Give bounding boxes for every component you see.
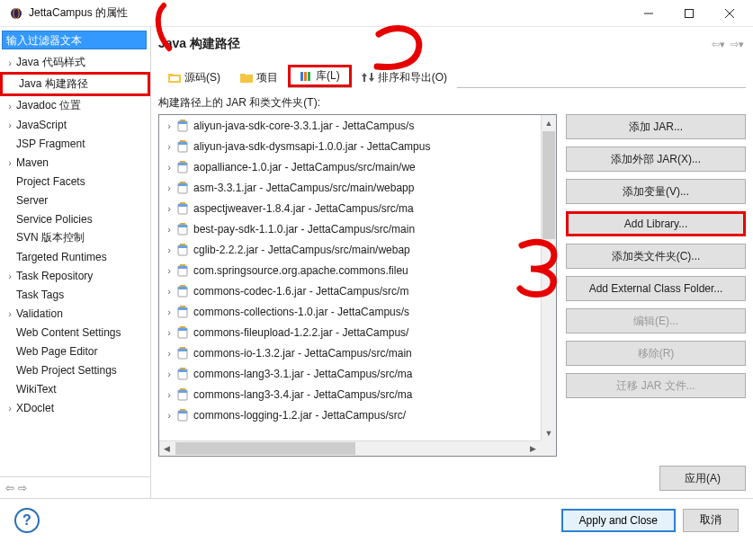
list-item[interactable]: ›commons-io-1.3.2.jar - JettaCampus/src/… [159, 342, 541, 363]
svg-rect-51 [180, 388, 185, 390]
tree-item[interactable]: Web Project Settings [0, 360, 150, 379]
scrollbar-vertical[interactable]: ▲ ▼ [541, 115, 556, 440]
scroll-down-icon[interactable]: ▼ [542, 425, 556, 440]
expand-icon[interactable]: › [163, 203, 175, 214]
tree-item[interactable]: ›Java 代码样式 [0, 53, 150, 72]
scroll-up-icon[interactable]: ▲ [542, 115, 556, 130]
svg-rect-9 [308, 72, 310, 81]
tab-source[interactable]: 源码(S) [158, 66, 230, 88]
svg-rect-36 [180, 285, 185, 287]
list-item[interactable]: ›commons-collections-1.0.jar - JettaCamp… [159, 301, 541, 322]
svg-rect-32 [178, 266, 187, 269]
svg-rect-12 [180, 120, 185, 121]
expand-icon[interactable]: › [163, 244, 175, 255]
jar-icon [175, 387, 190, 402]
expand-icon[interactable]: › [163, 141, 175, 152]
list-item[interactable]: ›commons-logging-1.2.jar - JettaCampus/s… [159, 404, 541, 425]
tree-item[interactable]: JSP Fragment [0, 134, 150, 153]
apply-and-close-button[interactable]: Apply and Close [561, 509, 676, 532]
expand-icon[interactable]: › [163, 410, 175, 421]
remove-button[interactable]: 移除(R) [566, 341, 746, 366]
nav-fwd-icon[interactable]: ⇨▾ [729, 39, 746, 50]
tree-item[interactable]: Web Page Editor [0, 342, 150, 360]
nav-fwd-icon[interactable]: ⇨ [18, 482, 27, 494]
list-item-label: commons-codec-1.6.jar - JettaCampus/src/… [193, 285, 408, 298]
add-library-button[interactable]: Add Library... [566, 211, 746, 236]
tree-item[interactable]: Server [0, 191, 150, 209]
list-item[interactable]: ›com.springsource.org.apache.commons.fil… [159, 260, 541, 280]
filter-input[interactable] [2, 31, 147, 49]
list-item[interactable]: ›aliyun-java-sdk-dysmsapi-1.0.0.jar - Je… [159, 136, 541, 156]
list-item[interactable]: ›asm-3.3.1.jar - JettaCampus/src/main/we… [159, 177, 541, 198]
scroll-right-icon[interactable]: ▶ [525, 441, 541, 456]
tab-libraries[interactable]: 库(L) [288, 65, 352, 87]
expand-icon[interactable]: › [163, 224, 175, 235]
list-item[interactable]: ›cglib-2.2.2.jar - JettaCampus/src/main/… [159, 239, 541, 260]
list-item[interactable]: ›commons-lang3-3.1.jar - JettaCampus/src… [159, 363, 541, 384]
list-item-label: commons-lang3-3.4.jar - JettaCampus/src/… [193, 388, 412, 401]
tree-item[interactable]: Web Content Settings [0, 323, 150, 342]
list-item[interactable]: ›commons-lang3-3.4.jar - JettaCampus/src… [159, 384, 541, 404]
nav-back-icon[interactable]: ⇦▾ [710, 39, 727, 50]
list-item[interactable]: ›aspectjweaver-1.8.4.jar - JettaCampus/s… [159, 198, 541, 218]
list-item[interactable]: ›aliyun-java-sdk-core-3.3.1.jar - JettaC… [159, 115, 541, 136]
cancel-button[interactable]: 取消 [683, 509, 739, 532]
expand-icon[interactable]: › [163, 182, 175, 193]
add-jar-button[interactable]: 添加 JAR... [566, 114, 746, 139]
tree-item[interactable]: SVN 版本控制 [0, 228, 150, 247]
add-external-class-folder-button[interactable]: Add External Class Folder... [566, 276, 746, 301]
add-external-jar-button[interactable]: 添加外部 JAR(X)... [566, 147, 746, 172]
svg-rect-21 [180, 182, 185, 183]
tree-item[interactable]: Project Facets [0, 172, 150, 191]
tree-item[interactable]: ›XDoclet [0, 398, 150, 417]
tree-item[interactable]: Task Tags [0, 285, 150, 304]
apply-button[interactable]: 应用(A) [659, 466, 746, 491]
scrollbar-horizontal[interactable]: ◀ ▶ [159, 440, 541, 456]
help-icon[interactable]: ? [14, 508, 40, 533]
eclipse-icon [9, 6, 23, 21]
tree-item[interactable]: ›Task Repository [0, 266, 150, 285]
expand-icon[interactable]: › [163, 265, 175, 276]
add-class-folder-button[interactable]: 添加类文件夹(C)... [566, 244, 746, 269]
tree-item[interactable]: WikiText [0, 379, 150, 398]
expand-icon[interactable]: › [163, 348, 175, 359]
list-item[interactable]: ›commons-codec-1.6.jar - JettaCampus/src… [159, 280, 541, 301]
nav-back-icon[interactable]: ⇦ [5, 482, 14, 494]
expand-icon[interactable]: › [163, 369, 175, 379]
close-button[interactable] [709, 1, 749, 26]
jar-icon [175, 367, 190, 381]
tree-item[interactable]: ›JavaScript [0, 115, 150, 134]
list-item[interactable]: ›aopalliance-1.0.jar - JettaCampus/src/m… [159, 156, 541, 177]
tree-item[interactable]: Targeted Runtimes [0, 247, 150, 266]
tree-item[interactable]: ›Maven [0, 153, 150, 172]
action-buttons: 添加 JAR... 添加外部 JAR(X)... 添加变量(V)... Add … [566, 114, 746, 457]
tab-projects[interactable]: 项目 [230, 66, 288, 88]
expand-icon[interactable]: › [163, 120, 175, 131]
list-item[interactable]: ›commons-fileupload-1.2.2.jar - JettaCam… [159, 322, 541, 342]
expand-icon[interactable]: › [163, 389, 175, 400]
svg-rect-35 [178, 287, 187, 289]
jar-icon [175, 181, 190, 195]
tree-item-java-build-path[interactable]: Java 构建路径 [3, 75, 148, 93]
expand-icon[interactable]: › [163, 162, 175, 173]
jar-list: ›aliyun-java-sdk-core-3.3.1.jar - JettaC… [158, 114, 557, 457]
tab-order-export[interactable]: 排序和导出(O) [352, 66, 457, 88]
tree-item[interactable]: ›Javadoc 位置 [0, 96, 150, 115]
scroll-thumb[interactable] [175, 442, 355, 455]
expand-icon[interactable]: › [163, 307, 175, 317]
list-item[interactable]: ›best-pay-sdk-1.1.0.jar - JettaCampus/sr… [159, 218, 541, 239]
expand-icon[interactable]: › [163, 327, 175, 338]
scroll-left-icon[interactable]: ◀ [159, 441, 175, 456]
migrate-jar-button[interactable]: 迁移 JAR 文件... [566, 373, 746, 398]
minimize-button[interactable] [628, 1, 668, 26]
expand-icon[interactable]: › [163, 286, 175, 297]
svg-rect-42 [180, 326, 185, 328]
filter-box [2, 31, 147, 49]
tree-item[interactable]: ›Validation [0, 304, 150, 323]
tree-item[interactable]: Service Policies [0, 209, 150, 228]
maximize-button[interactable] [668, 1, 709, 26]
edit-button[interactable]: 编辑(E)... [566, 308, 746, 333]
list-item-label: commons-collections-1.0.jar - JettaCampu… [193, 306, 409, 318]
scroll-thumb[interactable] [542, 131, 555, 239]
add-variable-button[interactable]: 添加变量(V)... [566, 179, 746, 204]
